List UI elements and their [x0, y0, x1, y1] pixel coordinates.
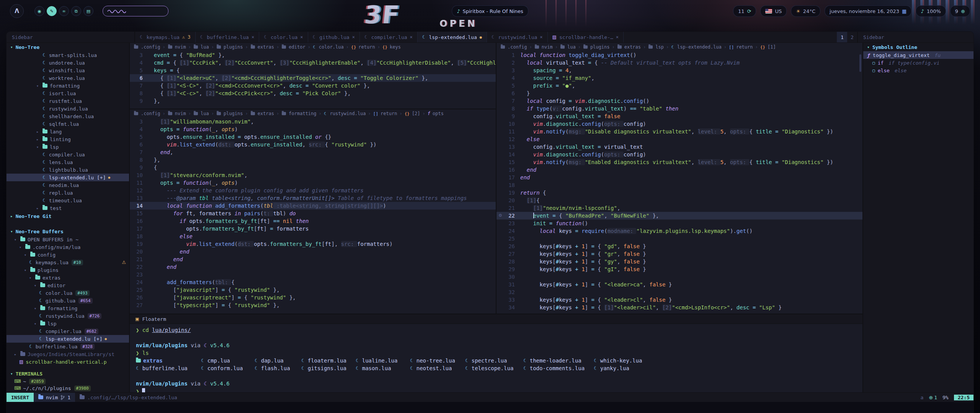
code-line[interactable]: 11 vim.notify(msg: "Disable diagnostics … — [497, 128, 862, 135]
tree-item[interactable]: ☾compiler.lua#682 — [7, 327, 129, 335]
module-weather[interactable]: ☀24°C — [791, 5, 820, 17]
tree-item[interactable]: ▾OPEN BUFFERS in ~ — [7, 236, 129, 243]
code-line[interactable]: 21 end — [130, 255, 496, 263]
close-icon[interactable]: × — [352, 34, 355, 40]
code-line[interactable]: 9 }, — [130, 97, 496, 105]
section-neo-tree-buffers[interactable]: ▾Neo-Tree Buffers — [7, 227, 129, 236]
code-line[interactable]: 34 keys[#keys + 1] = { [1]"<leader>cil",… — [497, 304, 862, 311]
tree-item[interactable]: ☾rustfmt.lua — [7, 97, 129, 105]
tree-item[interactable]: ☾lens.lua — [7, 158, 129, 166]
audio-visualizer-widget[interactable] — [103, 6, 168, 16]
tree-item[interactable]: ▾.config/nvim/lua — [7, 243, 129, 251]
tree-item[interactable]: ▾editor — [7, 281, 129, 289]
code-line[interactable]: 6 } — [497, 89, 862, 97]
code-line[interactable]: 10 [1]"stevearc/conform.nvim", — [130, 171, 496, 179]
code-line[interactable]: 9 { — [130, 164, 496, 171]
tab-bufferline-lua[interactable]: ☾bufferline.lua× — [196, 32, 260, 42]
tree-item[interactable]: ☾keymaps.lua#10⚠ — [7, 259, 129, 266]
code-line[interactable]: 6 { [1]"<leader>uC", [2]"<cmd>CccHighlig… — [130, 74, 496, 82]
outline-item[interactable]: ▢ifif type(config.vi — [863, 59, 973, 67]
tab-color-lua[interactable]: ☾color.lua× — [259, 32, 308, 42]
tree-item[interactable]: ☾winshift.lua — [7, 67, 129, 74]
code-line[interactable]: 14 vim.diagnostic.config(opts: config) — [497, 151, 862, 158]
tree-item[interactable]: ☾lsp-extended.lu [+]● — [7, 335, 129, 343]
tree-item[interactable]: ▸linting — [7, 135, 129, 143]
tree-item[interactable]: ▸Juegos/Indies/SteamLibrary/st — [7, 350, 129, 358]
code-line[interactable]: 24 local keys = require(modname: "lazyvi… — [497, 227, 862, 235]
floaterm-title-bar[interactable]: ▣ Floaterm — [130, 314, 862, 324]
code-line[interactable]: 16 end — [497, 166, 862, 174]
code-line[interactable]: 21 [1]"neovim/nvim-lspconfig", — [497, 204, 862, 212]
tree-item[interactable]: ☾isort.lua — [7, 89, 129, 97]
tab-keymaps-lua[interactable]: ☾keymaps.lua⚠ 3 — [135, 32, 196, 42]
close-icon[interactable]: × — [410, 34, 413, 40]
code-line[interactable]: 8 if type(v: config.virtual_text) == "ta… — [497, 105, 862, 112]
module-volume[interactable]: ♪100% — [916, 5, 946, 17]
close-icon[interactable]: × — [252, 34, 254, 40]
module-keyboard-layout[interactable]: US — [760, 5, 787, 17]
code-line[interactable]: 6 vim.list_extend(dst: opts.ensure_insta… — [130, 141, 496, 148]
close-icon[interactable]: × — [616, 34, 619, 40]
code-line[interactable]: 22 end — [130, 263, 496, 271]
tree-item[interactable]: ☾undotree.lua — [7, 59, 129, 67]
tree-item[interactable]: ☾sqlfmt.lua — [7, 120, 129, 128]
code-line[interactable]: 23 init = function() — [497, 220, 862, 227]
code-line[interactable]: 23 — [130, 271, 496, 278]
tab-compiler-lua[interactable]: ☾compiler.lua× — [360, 32, 418, 42]
code-line[interactable]: 8 }, — [130, 156, 496, 164]
code-line[interactable]: 28 keys[#keys + 1] = { "gy", false } — [497, 258, 862, 265]
tree-item[interactable]: ☾worktree.lua — [7, 74, 129, 82]
code-line[interactable]: ⚙22 event = { "BufReadPre", "BufNewFile"… — [497, 212, 862, 220]
code-line[interactable]: 30 — [497, 273, 862, 281]
code-line[interactable]: 2 local virtual_text = { -- Default virt… — [497, 59, 862, 67]
code-line[interactable]: 11 opts = function(_, opts) — [130, 179, 496, 187]
tree-item[interactable]: ☾neodim.lua — [7, 181, 129, 189]
code-line[interactable]: 4 opts = function(_, opts) — [130, 125, 496, 133]
copy-button[interactable]: ⧉ — [71, 6, 81, 16]
code-line[interactable]: 19 vim.list_extend(dst: opts.formatters_… — [130, 240, 496, 248]
tree-item[interactable]: ▾formatting — [7, 304, 129, 312]
code-line[interactable]: 26 ["javascriptreact"] = { "rustywind" }… — [130, 294, 496, 301]
launcher-button[interactable]: Λ — [10, 4, 24, 18]
power-button[interactable]: ◉ — [34, 6, 44, 16]
module-updates[interactable]: 11⟳ — [733, 5, 756, 17]
tree-item[interactable]: ☾color.lua#493 — [7, 289, 129, 297]
tree-item[interactable]: ▨scrollbar-handle-vertical.p — [7, 358, 129, 366]
link-button[interactable]: ∞ — [59, 6, 69, 16]
outline-item[interactable]: ƒtoggle_diag_virtextfu — [863, 51, 973, 59]
tree-item[interactable]: ▾formatting — [7, 82, 129, 89]
code-line[interactable]: 3 event = { "BufRead" }, — [130, 51, 496, 59]
code-line[interactable]: 27 ["typescript"] = { "rustywind" }, — [130, 301, 496, 309]
close-icon[interactable]: × — [300, 34, 303, 40]
section-neo-tree[interactable]: ▾Neo-Tree — [7, 43, 129, 51]
tree-item[interactable]: ☾rustywind.lua — [7, 105, 129, 112]
code-line[interactable]: 15 for ft, formatters in pairs(t: tbl) d… — [130, 210, 496, 217]
code-line[interactable]: 14 local function add_formatters(tbl :ta… — [130, 202, 496, 210]
code-line[interactable]: 31 keys[#keys + 1] = { "<leader>ca", fal… — [497, 281, 862, 288]
tree-item[interactable]: ▸test — [7, 204, 129, 212]
tabpage-2[interactable]: 2 — [847, 32, 857, 42]
tree-item[interactable]: ☾repl.lua — [7, 189, 129, 197]
terminal-item[interactable]: ⌨~#2859 — [7, 378, 129, 385]
module-date[interactable]: jueves, noviembre 16, 2023▦ — [825, 5, 911, 17]
code-line[interactable]: 13 config.virtual_text = virtual_text — [497, 143, 862, 151]
code-line[interactable]: 33 keys[#keys + 1] = { "<leader>cl", fal… — [497, 296, 862, 304]
outline-item[interactable]: ▢elseelse — [863, 67, 973, 74]
tree-item[interactable]: ☾compiler.lua — [7, 151, 129, 158]
tabpage-1[interactable]: 1 — [837, 32, 847, 42]
file-button[interactable]: ▤ — [83, 6, 93, 16]
code-line[interactable]: 12 --- Extend the conform plugin config … — [130, 187, 496, 194]
tree-item[interactable]: ▾extras — [7, 274, 129, 281]
tree-item[interactable]: ▾plugins — [7, 266, 129, 274]
tree-item[interactable]: ☾lsp-extended.lu [+]● — [7, 174, 129, 181]
code-line[interactable]: 3 spacing = 4, — [497, 67, 862, 74]
tab-scrollbar-handle-[interactable]: ▨scrollbar-handle-…× — [548, 32, 624, 42]
section-terminals[interactable]: ▾TERMINALS — [7, 369, 129, 378]
code-line[interactable]: 26 keys[#keys + 1] = { "gd", false } — [497, 242, 862, 250]
code-line[interactable]: 13 ---@param tbl table<string, conform.F… — [130, 194, 496, 202]
tree-item[interactable]: ☾smart-splits.lua — [7, 51, 129, 59]
code-line[interactable]: 3 [1]"williamboman/mason.nvim", — [130, 118, 496, 125]
code-line[interactable]: 5 keys = { — [130, 67, 496, 74]
code-line[interactable]: 24 add_formatters(tbl: { — [130, 278, 496, 286]
tree-item[interactable]: ☾lightbulb.lua — [7, 166, 129, 174]
